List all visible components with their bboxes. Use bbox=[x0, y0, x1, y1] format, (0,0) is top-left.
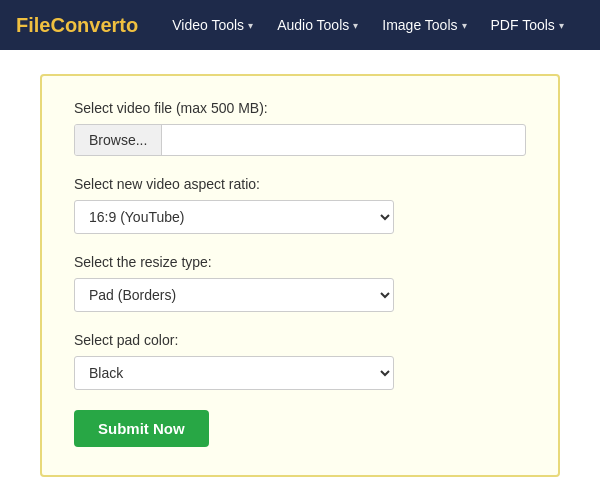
nav-item-pdf-tools[interactable]: PDF Tools ▾ bbox=[481, 11, 574, 39]
nav-label-video-tools: Video Tools bbox=[172, 17, 244, 33]
file-input-group: Select video file (max 500 MB): Browse..… bbox=[74, 100, 526, 156]
pad-color-select[interactable]: Black White Gray Blue bbox=[74, 356, 394, 390]
nav-item-video-tools[interactable]: Video Tools ▾ bbox=[162, 11, 263, 39]
form-card: Select video file (max 500 MB): Browse..… bbox=[40, 74, 560, 477]
chevron-down-icon: ▾ bbox=[559, 20, 564, 31]
pad-color-label: Select pad color: bbox=[74, 332, 526, 348]
aspect-ratio-group: Select new video aspect ratio: 16:9 (You… bbox=[74, 176, 526, 234]
pad-color-group: Select pad color: Black White Gray Blue bbox=[74, 332, 526, 390]
nav-label-image-tools: Image Tools bbox=[382, 17, 457, 33]
nav-link-pdf-tools[interactable]: PDF Tools ▾ bbox=[481, 11, 574, 39]
submit-button[interactable]: Submit Now bbox=[74, 410, 209, 447]
resize-type-label: Select the resize type: bbox=[74, 254, 526, 270]
file-input-row: Browse... bbox=[74, 124, 526, 156]
nav-menu: Video Tools ▾ Audio Tools ▾ Image Tools … bbox=[162, 11, 574, 39]
logo-text-main: FileConvert bbox=[16, 14, 126, 36]
chevron-down-icon: ▾ bbox=[248, 20, 253, 31]
aspect-ratio-label: Select new video aspect ratio: bbox=[74, 176, 526, 192]
logo-text-accent: o bbox=[126, 14, 138, 36]
site-logo[interactable]: FileConverto bbox=[16, 14, 138, 37]
top-nav: FileConverto Video Tools ▾ Audio Tools ▾… bbox=[0, 0, 600, 50]
aspect-ratio-select[interactable]: 16:9 (YouTube) 4:3 1:1 9:16 21:9 bbox=[74, 200, 394, 234]
resize-type-group: Select the resize type: Pad (Borders) Cr… bbox=[74, 254, 526, 312]
nav-item-audio-tools[interactable]: Audio Tools ▾ bbox=[267, 11, 368, 39]
nav-item-image-tools[interactable]: Image Tools ▾ bbox=[372, 11, 476, 39]
nav-link-video-tools[interactable]: Video Tools ▾ bbox=[162, 11, 263, 39]
nav-link-image-tools[interactable]: Image Tools ▾ bbox=[372, 11, 476, 39]
nav-label-pdf-tools: PDF Tools bbox=[491, 17, 555, 33]
submit-group: Submit Now bbox=[74, 410, 526, 447]
nav-link-audio-tools[interactable]: Audio Tools ▾ bbox=[267, 11, 368, 39]
main-content: Select video file (max 500 MB): Browse..… bbox=[0, 50, 600, 501]
nav-label-audio-tools: Audio Tools bbox=[277, 17, 349, 33]
chevron-down-icon: ▾ bbox=[462, 20, 467, 31]
file-label: Select video file (max 500 MB): bbox=[74, 100, 526, 116]
browse-button[interactable]: Browse... bbox=[75, 125, 162, 155]
resize-type-select[interactable]: Pad (Borders) Crop Stretch bbox=[74, 278, 394, 312]
chevron-down-icon: ▾ bbox=[353, 20, 358, 31]
file-name-display bbox=[162, 133, 525, 147]
